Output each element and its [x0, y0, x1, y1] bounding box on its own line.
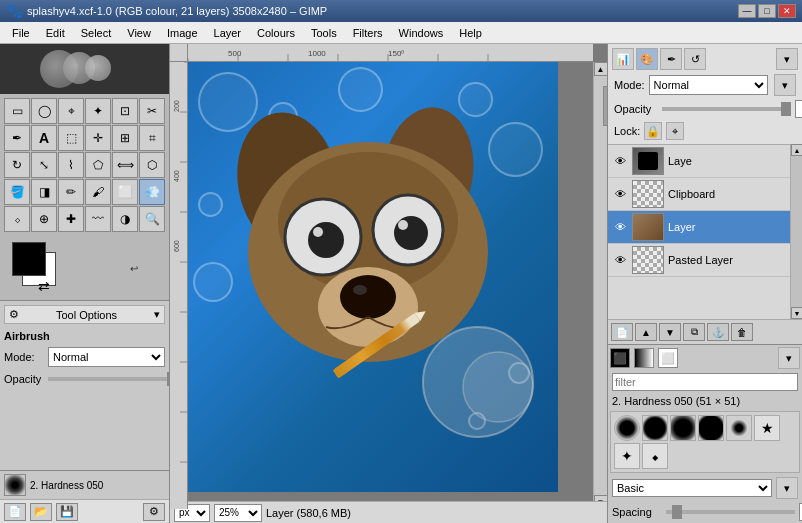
new-image-button[interactable]: 📄: [4, 503, 26, 521]
mode-select[interactable]: Normal Multiply Screen: [48, 347, 165, 367]
crop-tool[interactable]: ⌗: [139, 125, 165, 151]
lock-pixels-icon[interactable]: 🔒: [644, 122, 662, 140]
open-image-button[interactable]: 📂: [30, 503, 52, 521]
cage-tool[interactable]: ⬡: [139, 152, 165, 178]
layer-visibility-icon[interactable]: 👁: [612, 252, 628, 268]
menu-view[interactable]: View: [119, 25, 159, 41]
menu-layer[interactable]: Layer: [206, 25, 250, 41]
brush-item[interactable]: ●: [670, 415, 696, 441]
ink-tool[interactable]: ⬦: [4, 206, 30, 232]
menu-file[interactable]: File: [4, 25, 38, 41]
layers-scroll-track[interactable]: [791, 156, 802, 307]
layer-mode-select[interactable]: Normal Multiply Screen: [649, 75, 768, 95]
brush-gradient-icon[interactable]: [634, 348, 654, 368]
brush-tags-select[interactable]: Basic: [612, 479, 772, 497]
vscroll-thumb[interactable]: [603, 86, 608, 126]
colors-icon[interactable]: 🎨: [636, 48, 658, 70]
brushes-panel-menu-icon[interactable]: ▾: [778, 347, 800, 369]
duplicate-layer-button[interactable]: ⧉: [683, 323, 705, 341]
layer-opacity-value[interactable]: 100,0: [795, 100, 802, 118]
shear-tool[interactable]: ⌇: [58, 152, 84, 178]
by-color-tool[interactable]: ⊡: [112, 98, 138, 124]
menu-filters[interactable]: Filters: [345, 25, 391, 41]
brush-item[interactable]: ✦: [614, 443, 640, 469]
save-image-button[interactable]: 💾: [56, 503, 78, 521]
anchor-layer-button[interactable]: ⚓: [707, 323, 729, 341]
brush-item[interactable]: ⬥: [642, 443, 668, 469]
panel-menu-icon[interactable]: ▾: [776, 48, 798, 70]
new-layer-button[interactable]: 📄: [611, 323, 633, 341]
brush-item[interactable]: ●: [614, 415, 640, 441]
dodge-tool[interactable]: ◑: [112, 206, 138, 232]
layer-visibility-icon[interactable]: 👁: [612, 219, 628, 235]
brush-item[interactable]: ●: [642, 415, 668, 441]
airbrush-tool[interactable]: 💨: [139, 179, 165, 205]
spacing-slider[interactable]: [666, 510, 795, 514]
minimize-button[interactable]: —: [738, 4, 756, 18]
raise-layer-button[interactable]: ▲: [635, 323, 657, 341]
layer-visibility-icon[interactable]: 👁: [612, 153, 628, 169]
layer-item[interactable]: 👁 Clipboard: [608, 178, 790, 211]
maximize-button[interactable]: □: [758, 4, 776, 18]
menu-edit[interactable]: Edit: [38, 25, 73, 41]
canvas-scroll[interactable]: [188, 62, 593, 509]
layer-opacity-slider[interactable]: [662, 107, 791, 111]
scissors-tool[interactable]: ✂: [139, 98, 165, 124]
text-tool[interactable]: A: [31, 125, 57, 151]
scale-tool[interactable]: ⤡: [31, 152, 57, 178]
menu-colours[interactable]: Colours: [249, 25, 303, 41]
menu-windows[interactable]: Windows: [391, 25, 452, 41]
brush-black-icon[interactable]: ⬛: [610, 348, 630, 368]
paths-icon[interactable]: ✒: [660, 48, 682, 70]
swap-colors-icon[interactable]: ⇄: [38, 278, 50, 294]
flip-tool[interactable]: ⟺: [112, 152, 138, 178]
move-tool[interactable]: ✛: [85, 125, 111, 151]
zoom-select[interactable]: 25% 50% 100%: [214, 504, 262, 522]
lock-position-icon[interactable]: ⌖: [666, 122, 684, 140]
menu-select[interactable]: Select: [73, 25, 120, 41]
zoom-tool[interactable]: 🔍: [139, 206, 165, 232]
blend-tool[interactable]: ◨: [31, 179, 57, 205]
layer-item[interactable]: 👁 Pasted Layer: [608, 244, 790, 277]
heal-tool[interactable]: ✚: [58, 206, 84, 232]
fuzzy-select-tool[interactable]: ✦: [85, 98, 111, 124]
layers-scroll-up[interactable]: ▲: [791, 144, 802, 156]
eraser-tool[interactable]: ⬜: [112, 179, 138, 205]
brush-item[interactable]: ●: [726, 415, 752, 441]
history-icon[interactable]: ↺: [684, 48, 706, 70]
ellipse-select-tool[interactable]: ◯: [31, 98, 57, 124]
opacity-slider[interactable]: [48, 377, 170, 381]
align-tool[interactable]: ⊞: [112, 125, 138, 151]
brush-item[interactable]: ★: [754, 415, 780, 441]
brushes-tags-menu-icon[interactable]: ▾: [776, 477, 798, 499]
layers-vscroll[interactable]: ▲ ▼: [790, 144, 802, 319]
layers-scroll-down[interactable]: ▼: [791, 307, 802, 319]
brush-filter-input[interactable]: [612, 373, 798, 391]
layer-item[interactable]: 👁 Layer: [608, 211, 790, 244]
tool-options-header[interactable]: ⚙ Tool Options ▾: [4, 305, 165, 324]
paths-tool[interactable]: ✒: [4, 125, 30, 151]
channels-icon[interactable]: 📊: [612, 48, 634, 70]
close-button[interactable]: ✕: [778, 4, 796, 18]
menu-tools[interactable]: Tools: [303, 25, 345, 41]
layer-visibility-icon[interactable]: 👁: [612, 186, 628, 202]
menu-image[interactable]: Image: [159, 25, 206, 41]
measure-tool[interactable]: ⬚: [58, 125, 84, 151]
lower-layer-button[interactable]: ▼: [659, 323, 681, 341]
paintbrush-tool[interactable]: 🖌: [85, 179, 111, 205]
smudge-tool[interactable]: 〰: [85, 206, 111, 232]
panel-options-icon[interactable]: ▾: [774, 74, 796, 96]
rotate-tool[interactable]: ↻: [4, 152, 30, 178]
pencil-tool[interactable]: ✏: [58, 179, 84, 205]
vertical-scrollbar[interactable]: ▲ ▼: [593, 62, 607, 509]
foreground-color[interactable]: [12, 242, 46, 276]
free-select-tool[interactable]: ⌖: [58, 98, 84, 124]
menu-help[interactable]: Help: [451, 25, 490, 41]
brush-item[interactable]: ●: [698, 415, 724, 441]
settings-button[interactable]: ⚙: [143, 503, 165, 521]
perspective-tool[interactable]: ⬠: [85, 152, 111, 178]
rect-select-tool[interactable]: ▭: [4, 98, 30, 124]
clone-tool[interactable]: ⊕: [31, 206, 57, 232]
scroll-up-arrow[interactable]: ▲: [594, 62, 608, 76]
layer-item[interactable]: 👁 Laye: [608, 145, 790, 178]
